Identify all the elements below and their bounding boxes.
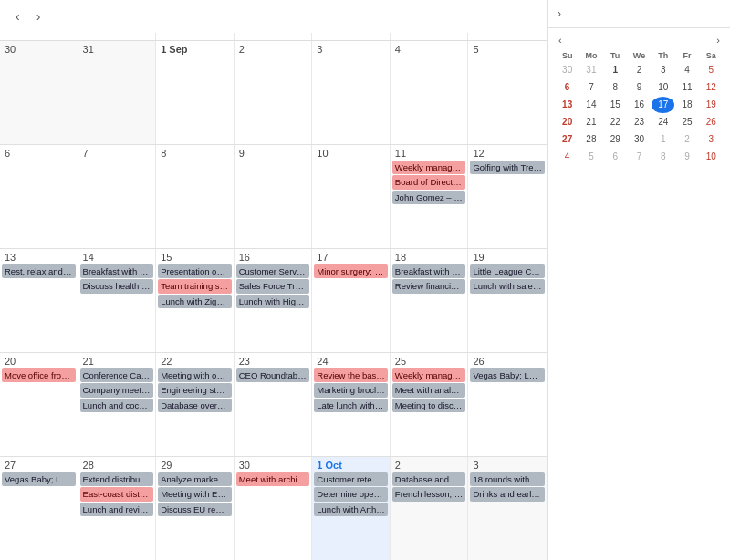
- calendar-event[interactable]: Database overh Training Room A: [158, 399, 232, 412]
- day-cell-w1d2[interactable]: 8: [156, 145, 235, 248]
- calendar-event[interactable]: Extend distributi My Office: [80, 472, 154, 486]
- day-cell-w4d3[interactable]: 30Meet with archit Hilltop Developr: [235, 457, 313, 560]
- calendar-event[interactable]: Presentation on Conference Roo: [158, 264, 232, 278]
- day-cell-w0d1[interactable]: 31: [78, 41, 157, 144]
- day-cell-w1d0[interactable]: 6: [0, 145, 78, 248]
- day-cell-w2d5[interactable]: 18Breakfast with M Tiffany's BreakfaRevi…: [391, 249, 469, 352]
- mini-day[interactable]: 28: [579, 131, 602, 148]
- mini-day[interactable]: 6: [556, 79, 579, 96]
- calendar-event[interactable]: Marketing brocl Training Room E: [314, 383, 388, 397]
- calendar-event[interactable]: Board of Directo Conference Roo: [392, 175, 466, 189]
- prev-month-button[interactable]: ‹: [11, 7, 25, 26]
- mini-day[interactable]: 26: [700, 114, 723, 130]
- calendar-event[interactable]: Database and w Conference Roo: [392, 472, 466, 486]
- calendar-event[interactable]: Vegas Baby; Las Vegas: [2, 472, 76, 486]
- day-cell-w4d4[interactable]: 1 OctCustomer retent My OfficeDetermine …: [312, 457, 391, 560]
- day-cell-w3d2[interactable]: 22Meeting with ou Conference RooEngineer…: [156, 353, 235, 456]
- mini-day[interactable]: 1: [652, 131, 674, 148]
- calendar-event[interactable]: Lunch and revie Sal's Delicatesse: [80, 503, 154, 516]
- mini-day[interactable]: 21: [579, 114, 602, 130]
- calendar-event[interactable]: Customer retent My Office: [314, 472, 388, 486]
- calendar-event[interactable]: CEO Roundtable Hilton Hotel: [236, 368, 310, 382]
- day-cell-w4d1[interactable]: 28Extend distributi My OfficeEast-coast …: [78, 457, 157, 560]
- calendar-event[interactable]: Drinks and early The 19th Hole P: [470, 487, 545, 501]
- mini-day[interactable]: 2: [628, 62, 651, 78]
- calendar-event[interactable]: Vegas Baby; Las Vegas: [470, 368, 545, 382]
- mini-day[interactable]: 7: [579, 79, 602, 96]
- calendar-event[interactable]: Minor surgery; Community Hos: [314, 264, 388, 278]
- mini-day[interactable]: 3: [652, 62, 674, 78]
- day-cell-w0d2[interactable]: 1 Sep: [156, 41, 235, 144]
- calendar-event[interactable]: Meeting to disc Conference Roo: [392, 399, 466, 412]
- day-cell-w3d5[interactable]: 25Weekly manage My OfficeMeet with analy…: [391, 353, 469, 456]
- calendar-event[interactable]: Determine oper Training Room A: [314, 487, 388, 501]
- calendar-event[interactable]: Analyze market My Office: [158, 472, 232, 486]
- mini-day[interactable]: 12: [700, 79, 723, 96]
- day-cell-w3d4[interactable]: 24Review the basi Conference RooMarketin…: [312, 353, 391, 456]
- mini-day[interactable]: 22: [604, 114, 627, 130]
- mini-day[interactable]: 9: [675, 149, 698, 165]
- day-cell-w4d0[interactable]: 27Vegas Baby; Las Vegas: [0, 457, 78, 560]
- calendar-event[interactable]: Lunch with sales Bob's Burgers: [470, 279, 545, 293]
- calendar-event[interactable]: Weekly manage My Office: [392, 368, 466, 382]
- calendar-event[interactable]: Lunch with Zigg The Beer Garder: [158, 295, 232, 308]
- calendar-event[interactable]: Review the basi Conference Roo: [314, 368, 388, 382]
- mini-day[interactable]: 16: [628, 97, 651, 113]
- day-cell-w4d6[interactable]: 318 rounds with J Westside CountDrinks a…: [468, 457, 547, 560]
- mini-day[interactable]: 30: [556, 62, 579, 78]
- mini-next-button[interactable]: ›: [714, 34, 723, 47]
- mini-day[interactable]: 10: [652, 79, 674, 96]
- calendar-event[interactable]: John Gomez – Li My Office: [392, 191, 466, 204]
- mini-day[interactable]: 30: [628, 131, 651, 148]
- day-cell-w2d4[interactable]: 17Minor surgery; Community Hos: [312, 249, 391, 352]
- day-cell-w1d6[interactable]: 12Golfing with Tre MacArthur Cour: [468, 145, 547, 248]
- mini-day[interactable]: 9: [628, 79, 651, 96]
- calendar-event[interactable]: Lunch and cockt Bob's Burgers: [80, 399, 154, 412]
- mini-day[interactable]: 31: [579, 62, 602, 78]
- calendar-event[interactable]: Meet with archit Hilltop Developr: [236, 472, 310, 486]
- day-cell-w3d0[interactable]: 20Move office from Headquarters: [0, 353, 78, 456]
- calendar-event[interactable]: Weekly manage My Office: [392, 161, 466, 174]
- mini-prev-button[interactable]: ‹: [556, 34, 565, 47]
- day-cell-w2d3[interactable]: 16Customer Servic Training Room ESales F…: [235, 249, 313, 352]
- nav-collapse-icon[interactable]: ›: [558, 7, 561, 20]
- calendar-event[interactable]: Discuss EU regu Training Room E: [158, 503, 232, 516]
- calendar-event[interactable]: Meet with analy Training Room A: [392, 383, 466, 397]
- calendar-event[interactable]: Golfing with Tre MacArthur Cour: [470, 161, 545, 174]
- day-cell-w2d0[interactable]: 13Rest, relax and c R&R Health Spa: [0, 249, 78, 352]
- mini-day[interactable]: 7: [628, 149, 651, 165]
- calendar-event[interactable]: Review financial Conference Roo: [392, 279, 466, 293]
- calendar-event[interactable]: French lesson; Training Room E: [392, 487, 466, 501]
- day-cell-w2d1[interactable]: 14Breakfast with C Sam's BreakfastDiscus…: [78, 249, 157, 352]
- mini-day[interactable]: 8: [652, 149, 674, 165]
- calendar-event[interactable]: Lunch with High 4 Corners Family: [236, 295, 310, 308]
- mini-day[interactable]: 29: [604, 131, 627, 148]
- day-cell-w0d5[interactable]: 4: [391, 41, 469, 144]
- calendar-event[interactable]: Meeting with EL Conference Roo: [158, 487, 232, 501]
- next-month-button[interactable]: ›: [32, 7, 46, 26]
- mini-day[interactable]: 15: [604, 97, 627, 113]
- mini-day[interactable]: 20: [556, 114, 579, 130]
- mini-day[interactable]: 5: [700, 62, 723, 78]
- calendar-event[interactable]: East-coast distri Conference Roo: [80, 487, 154, 501]
- mini-day[interactable]: 10: [700, 149, 723, 165]
- day-cell-w3d1[interactable]: 21Conference Call My OfficeCompany meeti…: [78, 353, 157, 456]
- mini-day[interactable]: 13: [556, 97, 579, 113]
- mini-day[interactable]: 14: [579, 97, 602, 113]
- mini-day[interactable]: 6: [604, 149, 627, 165]
- calendar-event[interactable]: Rest, relax and c R&R Health Spa: [2, 264, 76, 278]
- day-cell-w3d6[interactable]: 26Vegas Baby; Las Vegas: [468, 353, 547, 456]
- mini-day[interactable]: 4: [675, 62, 698, 78]
- mini-day[interactable]: 18: [675, 97, 698, 113]
- mini-day[interactable]: 25: [675, 114, 698, 130]
- calendar-event[interactable]: Breakfast with M Tiffany's Breakfa: [392, 264, 466, 278]
- day-cell-w1d1[interactable]: 7: [78, 145, 157, 248]
- day-cell-w0d4[interactable]: 3: [312, 41, 391, 144]
- day-cell-w1d3[interactable]: 9: [235, 145, 313, 248]
- calendar-event[interactable]: Little League Ch Baseball Sadium: [470, 264, 545, 278]
- calendar-event[interactable]: Engineering staf My Office: [158, 383, 232, 397]
- day-cell-w0d6[interactable]: 5: [468, 41, 547, 144]
- mini-day[interactable]: 8: [604, 79, 627, 96]
- mini-day[interactable]: 3: [700, 131, 723, 148]
- day-cell-w4d2[interactable]: 29Analyze market My OfficeMeeting with E…: [156, 457, 235, 560]
